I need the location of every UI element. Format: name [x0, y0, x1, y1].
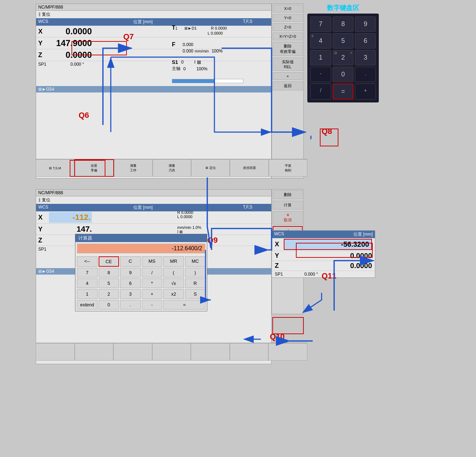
bottom-toolbar-1[interactable]: [36, 343, 75, 361]
calc-8[interactable]: 8: [99, 268, 119, 277]
wcs-label: WCS: [38, 19, 60, 25]
bottom-panel-subtitle: ∥ 复位: [36, 196, 271, 204]
calc-5[interactable]: 5: [99, 278, 119, 288]
brp-pos-label: 位置 [mm]: [284, 231, 373, 237]
numpad-3[interactable]: 3: [355, 50, 376, 65]
calculate-btn[interactable]: 计算: [273, 201, 303, 210]
bottom-wcs-label: WCS: [38, 205, 60, 211]
top-panel-title: NC/MPF/888: [36, 4, 271, 11]
numpad-minus[interactable]: -: [310, 67, 331, 82]
numpad-2[interactable]: @2#: [333, 50, 354, 65]
brp-z-value: 0.0000: [284, 262, 372, 270]
wcs-header: WCS 位置 [mm] T,F,S: [36, 18, 271, 26]
numpad-4[interactable]: $4: [310, 33, 331, 49]
calc-mul[interactable]: *: [142, 278, 163, 288]
numpad-plus[interactable]: +: [355, 84, 376, 100]
delete-offset-btn[interactable]: 删除 有效零偏: [273, 42, 303, 56]
calc-x2[interactable]: x2: [163, 289, 184, 299]
numpad-9[interactable]: 9: [355, 16, 376, 32]
bottom-wcs-header: WCS 位置 [mm] T,F,S: [36, 204, 271, 211]
calc-mc[interactable]: MC: [185, 256, 206, 267]
calc-ms[interactable]: MS: [142, 256, 163, 267]
toolbar-measure-work[interactable]: 测量 工件: [114, 159, 153, 177]
calc-sqrt[interactable]: √x: [163, 278, 184, 288]
bottom-axis-x-value: -112.: [49, 212, 92, 223]
calc-extend[interactable]: extend: [77, 300, 98, 310]
numpad-6[interactable]: 6: [355, 33, 376, 49]
numpad-5[interactable]: 5: [333, 33, 354, 49]
toolbar-position[interactable]: ⊞ 定位: [191, 159, 230, 177]
calc-2[interactable]: 2: [99, 289, 119, 299]
cancel-btn[interactable]: ✕ 取消: [273, 211, 303, 225]
calc-backspace[interactable]: <--: [77, 256, 98, 267]
bottom-toolbar-7[interactable]: [268, 343, 307, 361]
q10-red-box: [272, 317, 304, 334]
numpad-0[interactable]: 0: [333, 67, 354, 82]
calc-3[interactable]: 3: [120, 289, 141, 299]
numpad-section: 数字键盘区 7 8 9 $4 5 6 1 @2# 3 - 0 . / = +: [307, 4, 379, 102]
bottom-axis-y-value: 147.: [49, 225, 92, 234]
calc-1[interactable]: 1: [77, 289, 98, 299]
toolbar-tap-retract[interactable]: 攻丝回退: [230, 159, 268, 177]
calc-9[interactable]: 9: [120, 268, 141, 277]
calc-rparen[interactable]: ): [185, 268, 206, 277]
brp-wcs-label: WCS: [274, 231, 284, 237]
toolbar-set-zero[interactable]: 设置 零偏: [74, 159, 114, 177]
delete-btn[interactable]: 删除: [273, 190, 303, 199]
axis-z-row: Z 0.0000 S1 0 I ⊠ 主轴 0 100%: [36, 49, 271, 61]
bottom-panel-title: NC/MPF/888: [36, 190, 271, 196]
calc-title: 计算器: [75, 234, 207, 242]
toolbar-face-mill[interactable]: 平面 铣削: [269, 159, 307, 177]
numpad-dot[interactable]: .: [355, 67, 376, 82]
numpad-1[interactable]: 1: [310, 50, 331, 65]
return-btn[interactable]: 返回: [273, 81, 303, 90]
calc-display[interactable]: -112.6400/2: [77, 243, 205, 253]
bottom-toolbar: [36, 343, 307, 361]
y-zero-btn[interactable]: Y=0: [273, 14, 303, 22]
bottom-toolbar-2[interactable]: [75, 343, 114, 361]
axis-x-row: X 0.0000 T 1 ⊞►D1 R 0.0000 L 0.0000: [36, 26, 271, 37]
numpad-slash[interactable]: /: [310, 84, 331, 100]
calc-r[interactable]: R: [185, 278, 206, 288]
xyz-zero-btn[interactable]: X=Y=Z=0: [273, 32, 303, 40]
back-btn[interactable]: «: [273, 72, 303, 80]
calc-s[interactable]: S: [185, 289, 206, 299]
calc-div[interactable]: /: [142, 268, 163, 277]
toolbar-measure-tool[interactable]: 测量 刃具: [153, 159, 191, 177]
calc-c[interactable]: C: [120, 256, 141, 267]
calc-6[interactable]: 6: [120, 278, 141, 288]
numpad-8[interactable]: 8: [333, 16, 354, 32]
bottom-toolbar-4[interactable]: [152, 343, 191, 361]
top-toolbar: ⊞ T,S,M 设置 零偏 测量 工件 测量 刃具 ⊞ 定位 攻丝回退 平面 铣…: [36, 159, 307, 177]
brp-y-label: Y: [275, 252, 284, 260]
axis-z-label: Z: [38, 51, 49, 59]
calc-4[interactable]: 4: [77, 278, 98, 288]
calc-minus[interactable]: -: [142, 300, 163, 310]
brp-x-label: X: [275, 241, 284, 248]
numpad-7[interactable]: 7: [310, 16, 331, 32]
bottom-toolbar-3[interactable]: [113, 343, 152, 361]
actual-value-btn[interactable]: 实际值 REL: [273, 57, 303, 71]
calc-plus[interactable]: +: [142, 289, 163, 299]
x-zero-btn[interactable]: X=0: [273, 5, 303, 12]
calc-equals[interactable]: =: [163, 300, 205, 310]
calc-ce[interactable]: CE: [99, 256, 119, 267]
calc-lparen[interactable]: (: [163, 268, 184, 277]
calc-mr[interactable]: MR: [163, 256, 184, 267]
bottom-toolbar-6[interactable]: [230, 343, 269, 361]
axis-y-row: Y 147.9000 F 0.000 0.000 mm/min 100%: [36, 37, 271, 49]
bottom-toolbar-5[interactable]: [191, 343, 230, 361]
progress-bar-fill: [172, 79, 215, 83]
sp1-label: SP1: [38, 62, 49, 67]
brp-x-value: -56.3200: [284, 239, 372, 250]
calc-dot[interactable]: .: [120, 300, 141, 310]
top-panel-subtitle: ∥ 复位: [36, 11, 271, 18]
z-zero-btn[interactable]: Z=0: [273, 23, 303, 31]
calc-7[interactable]: 7: [77, 268, 98, 277]
numpad-grid: 7 8 9 $4 5 6 1 @2# 3 - 0 . / = +: [307, 14, 379, 102]
numpad-equals[interactable]: =: [333, 84, 354, 100]
axis-y-value: 147.9000: [49, 38, 92, 48]
bottom-f-section: mm/min 1.0% I ⊠: [177, 225, 201, 234]
calc-0[interactable]: 0: [99, 300, 119, 310]
toolbar-tsm[interactable]: ⊞ T,S,M: [36, 159, 74, 177]
